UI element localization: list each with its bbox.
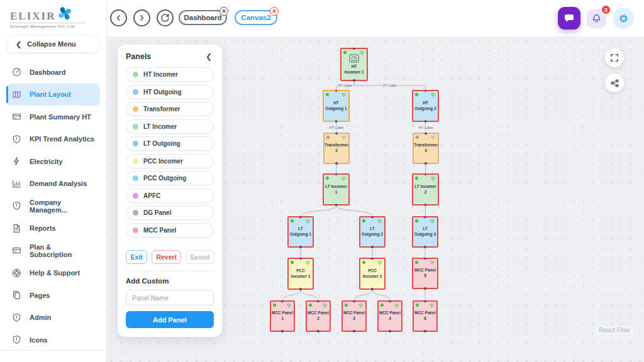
status-dot — [326, 177, 329, 180]
flow-node-transformer-3[interactable]: Transformer3 — [413, 133, 439, 164]
edge-handle-top — [424, 300, 426, 303]
palette-item-lt-outgoing[interactable]: LT Outgoing — [126, 136, 214, 151]
edge-label: HT Cable — [328, 125, 345, 129]
flow-node-transformer-2[interactable]: Transformer2 — [323, 133, 350, 164]
fit-view-button[interactable] — [605, 48, 624, 67]
refresh-button[interactable] — [157, 9, 174, 26]
flow-node-mcc-panel-1[interactable]: MCC Panel1 — [270, 300, 295, 332]
revert-button[interactable]: Revert — [152, 250, 181, 264]
edge-handle-bottom — [425, 120, 427, 123]
node-label-line: MCC Panel — [414, 268, 436, 273]
sidebar-item-admin[interactable]: Admin — [6, 307, 100, 329]
tab-dashboard[interactable]: Dashboard ✕ — [179, 10, 227, 25]
status-dot — [380, 304, 384, 307]
node-label: HTOutgoing 1 — [325, 101, 347, 112]
palette-item-lt-incomer[interactable]: LT Incomer — [126, 119, 214, 134]
chat-button[interactable] — [558, 7, 580, 30]
palette-item-mcc-panel[interactable]: MCC Panel — [126, 223, 214, 238]
sidebar-item-label: Plant Layout — [30, 90, 71, 98]
sidebar-item-electricity[interactable]: Electricity — [6, 150, 100, 173]
edge-handle-bottom — [389, 330, 391, 332]
panels-title: Panels — [126, 52, 151, 61]
flow-node-lt-outgoing-3[interactable]: LTOutgoing 3 — [412, 216, 438, 248]
sidebar-item-plant-layout[interactable]: Plant Layout — [6, 84, 100, 106]
wifi-icon — [377, 260, 382, 265]
flow-node-pcc-incomer-1[interactable]: PCCIncomer 1 — [287, 258, 314, 290]
auto-layout-button[interactable] — [605, 74, 624, 92]
sidebar-item-pages[interactable]: Pages — [6, 284, 100, 307]
palette-item-ht-outgoing[interactable]: HT Outgoing — [126, 85, 214, 99]
palette-item-pcc-outgoing[interactable]: PCC Outgoing — [126, 171, 214, 185]
sidebar-item-help-support[interactable]: Help & Support — [6, 262, 100, 285]
flow-node-lt-incomer-1[interactable]: LT Incomer1 — [323, 173, 350, 206]
edge-label: HT Cable — [382, 84, 398, 87]
node-label: LT Incomer1 — [325, 184, 347, 195]
panel-name-input[interactable] — [126, 290, 214, 305]
palette-item-ht-incomer[interactable]: HT Incomer — [126, 67, 214, 82]
add-panel-button[interactable]: Add Panel — [126, 311, 214, 328]
palette-item-transformer[interactable]: Transformer — [126, 102, 214, 116]
close-icon[interactable]: ✕ — [270, 7, 279, 16]
exit-button[interactable]: Exit — [126, 250, 147, 264]
sidebar-item-plant-summary-ht[interactable]: Plant Summary HT — [6, 106, 100, 128]
status-dot — [416, 304, 419, 307]
sidebar-item-company-managem[interactable]: Company Managem... — [6, 195, 100, 217]
node-label-line: HT — [325, 101, 347, 106]
palette-item-apfc[interactable]: APFC — [126, 189, 214, 203]
node-label-line: 3 — [414, 148, 438, 154]
node-label-line: MCC Panel — [379, 310, 401, 316]
tab-canvas2[interactable]: Canvas2 ✕ — [235, 10, 277, 25]
flow-node-lt-incomer-2[interactable]: LT Incomer2 — [412, 173, 439, 206]
chat-bubble-icon — [564, 13, 575, 24]
palette-item-dg-panel[interactable]: DG Panel — [126, 206, 214, 220]
chevron-left-icon — [115, 14, 122, 21]
palette-item-pcc-incomer[interactable]: PCC Incomer — [126, 154, 214, 168]
flow-node-lt-outgoing-2[interactable]: LTOutgoing 2 — [359, 216, 386, 248]
flow-node-mcc-panel-2[interactable]: MCC Panel2 — [306, 300, 331, 332]
status-dot — [343, 51, 347, 54]
flow-canvas[interactable]: HT CableHT CableHT CableHT Cable HTIncom… — [107, 36, 644, 362]
edge-handle-top — [371, 216, 374, 219]
notifications-button[interactable]: 3 — [587, 9, 606, 28]
flow-node-ht-outgoing-1[interactable]: HTOutgoing 1 — [323, 90, 350, 122]
chevron-left-icon[interactable]: ❮ — [204, 52, 214, 61]
close-icon[interactable]: ✕ — [219, 7, 228, 16]
palette-item-label: HT Incomer — [143, 71, 178, 78]
edge-handle-top — [335, 133, 338, 135]
flow-node-lt-outgoing-1[interactable]: LTOutgoing 1 — [287, 216, 314, 248]
flow-node-pcc-incomer-2[interactable]: PCCIncomer 2 — [359, 258, 386, 290]
back-button[interactable] — [110, 9, 127, 26]
tab-dashboard-label: Dashboard — [184, 14, 221, 21]
collapse-menu-button[interactable]: ❮ Collapse Menu — [8, 36, 99, 52]
sidebar-item-kpi-trend-analytics[interactable]: KPI Trend Analytics — [6, 128, 100, 151]
node-label-line: 4 — [379, 316, 401, 322]
node-label-line: MCC Panel — [343, 310, 365, 316]
edge-handle-bottom — [353, 330, 355, 332]
sidebar-item-plan-subscription[interactable]: Plan & Subscription — [6, 239, 100, 262]
saved-button[interactable]: Saved — [186, 250, 214, 264]
palette-item-label: PCC Incomer — [143, 158, 183, 165]
status-dot — [326, 136, 330, 139]
status-dot — [415, 93, 418, 96]
edge-handle-bottom — [424, 287, 426, 290]
react-flow-attribution[interactable]: React Flow — [596, 326, 633, 334]
sidebar-item-demand-analysis[interactable]: Demand Analysis — [6, 173, 100, 195]
forward-button[interactable] — [133, 9, 150, 26]
flow-node-mcc-panel-6[interactable]: MCC Panel6 — [413, 300, 438, 332]
flow-node-mcc-panel-3[interactable]: MCC Panel3 — [341, 300, 367, 332]
sidebar-item-dashboard[interactable]: Dashboard — [6, 61, 100, 84]
wifi-icon — [358, 303, 364, 308]
flow-node-mcc-panel-5[interactable]: MCC Panel5 — [412, 258, 438, 289]
node-label-line: 3 — [343, 316, 365, 322]
flow-node-mcc-panel-4[interactable]: MCC Panel4 — [377, 300, 402, 332]
brand-tagline: Strategic Management Pvt. Ltd. — [10, 23, 86, 28]
notification-badge: 3 — [601, 4, 611, 15]
flow-node-ht-incomer-1[interactable]: HTIncomer 1 — [340, 48, 368, 81]
buoy-icon — [12, 268, 21, 278]
sidebar-item-icons[interactable]: Icons — [6, 329, 100, 351]
color-dot — [133, 193, 138, 199]
flow-node-ht-outgoing-2[interactable]: HTOutgoing 2 — [412, 90, 439, 122]
settings-button[interactable] — [613, 8, 634, 29]
sidebar-item-reports[interactable]: Reports — [6, 217, 100, 240]
color-dot — [133, 124, 138, 129]
